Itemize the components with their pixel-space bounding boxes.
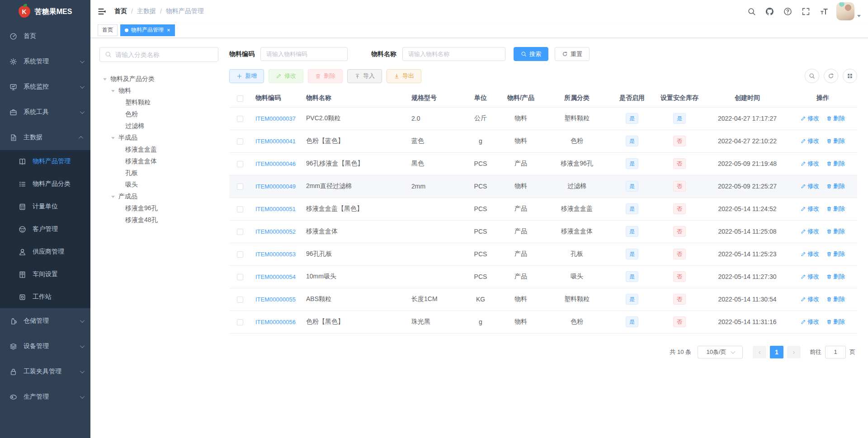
breadcrumb-home[interactable]: 首页 [114, 7, 127, 15]
search-icon[interactable] [742, 0, 760, 23]
search-button[interactable]: 搜索 [514, 47, 548, 61]
material-code-input[interactable] [260, 47, 348, 61]
row-delete-button[interactable]: 删除 [826, 318, 845, 326]
row-edit-button[interactable]: 修改 [801, 250, 819, 258]
logo[interactable]: K 苦糖果MES [0, 0, 90, 24]
tree-node[interactable]: 孔板 [99, 167, 218, 179]
goto-page-input[interactable] [825, 346, 846, 358]
material-code-link[interactable]: ITEM00000051 [255, 206, 296, 212]
sidebar-item[interactable]: 设备管理 [0, 334, 90, 359]
row-delete-button[interactable]: 删除 [826, 114, 845, 122]
row-checkbox[interactable] [237, 274, 243, 280]
tree-node[interactable]: 物料及产品分类 [99, 73, 218, 85]
sidebar-item[interactable]: 系统监控 [0, 74, 90, 99]
row-edit-button[interactable]: 修改 [801, 114, 819, 122]
material-code-link[interactable]: ITEM00000052 [255, 228, 296, 235]
sidebar-item[interactable]: 系统工具 [0, 99, 90, 125]
add-button[interactable]: 新增 [229, 69, 264, 83]
row-checkbox[interactable] [237, 251, 243, 258]
sidebar-item[interactable]: 主数据 [0, 125, 90, 150]
row-delete-button[interactable]: 删除 [826, 273, 845, 281]
row-delete-button[interactable]: 删除 [826, 227, 845, 235]
next-page-button[interactable]: › [787, 346, 801, 358]
tab-material-product[interactable]: 物料产品管理 × [120, 24, 175, 36]
import-button[interactable]: 导入 [347, 69, 382, 83]
row-checkbox[interactable] [237, 206, 243, 212]
row-checkbox[interactable] [237, 116, 243, 122]
row-delete-button[interactable]: 删除 [826, 137, 845, 145]
toggle-search-button[interactable] [805, 69, 819, 83]
page-number-button[interactable]: 1 [770, 346, 783, 358]
row-edit-button[interactable]: 修改 [801, 273, 819, 281]
tree-node[interactable]: 物料 [99, 85, 218, 97]
github-icon[interactable] [760, 0, 778, 23]
row-checkbox[interactable] [237, 161, 243, 167]
sidebar-subitem[interactable]: 计量单位 [0, 195, 90, 218]
row-delete-button[interactable]: 删除 [826, 205, 845, 213]
row-edit-button[interactable]: 修改 [801, 227, 819, 235]
material-code-link[interactable]: ITEM00000053 [255, 251, 296, 258]
sidebar-subitem[interactable]: 供应商管理 [0, 240, 90, 263]
tree-node[interactable]: 移液盒盒盖 [99, 144, 218, 155]
row-delete-button[interactable]: 删除 [826, 250, 845, 258]
sidebar-subitem[interactable]: 客户管理 [0, 218, 90, 240]
avatar[interactable] [836, 2, 854, 20]
tree-node[interactable]: 吸头 [99, 179, 218, 191]
row-delete-button[interactable]: 删除 [826, 182, 845, 190]
sidebar-item[interactable]: 仓储管理 [0, 308, 90, 334]
material-code-link[interactable]: ITEM00000055 [255, 296, 296, 303]
delete-button[interactable]: 删除 [308, 69, 343, 83]
user-menu[interactable] [836, 2, 861, 20]
row-checkbox[interactable] [237, 319, 243, 325]
fullscreen-icon[interactable] [797, 0, 815, 23]
sidebar-subitem[interactable]: 车间设置 [0, 263, 90, 286]
column-settings-button[interactable] [843, 69, 857, 83]
tree-node[interactable]: 产成品 [99, 191, 218, 203]
font-size-icon[interactable] [815, 0, 833, 23]
material-name-input[interactable] [402, 47, 505, 61]
tree-node[interactable]: 移液盒盒体 [99, 155, 218, 167]
sidebar-item[interactable]: 生产管理 [0, 384, 90, 410]
tree-node[interactable]: 移液盒48孔 [99, 214, 218, 226]
tree-node[interactable]: 移液盒96孔 [99, 203, 218, 214]
row-edit-button[interactable]: 修改 [801, 160, 819, 168]
tree-node[interactable]: 色粉 [99, 108, 218, 120]
tab-home[interactable]: 首页 [98, 24, 118, 36]
sidebar-item[interactable]: 工装夹具管理 [0, 359, 90, 384]
row-edit-button[interactable]: 修改 [801, 137, 819, 145]
row-delete-button[interactable]: 删除 [826, 160, 845, 168]
material-code-link[interactable]: ITEM00000037 [255, 115, 296, 122]
material-code-link[interactable]: ITEM00000056 [255, 319, 296, 325]
edit-button[interactable]: 修改 [269, 69, 303, 83]
tab-close-icon[interactable]: × [167, 27, 170, 33]
row-edit-button[interactable]: 修改 [801, 205, 819, 213]
tree-node[interactable]: 塑料颗粒 [99, 97, 218, 108]
row-checkbox[interactable] [237, 184, 243, 190]
row-checkbox[interactable] [237, 297, 243, 303]
export-button[interactable]: 导出 [387, 69, 421, 83]
material-code-link[interactable]: ITEM00000049 [255, 183, 296, 190]
select-all-checkbox[interactable] [237, 95, 243, 102]
row-edit-button[interactable]: 修改 [801, 318, 819, 326]
refresh-table-button[interactable] [824, 69, 838, 83]
category-search-input[interactable] [115, 51, 213, 58]
help-icon[interactable] [778, 0, 797, 23]
sidebar-item[interactable]: 系统管理 [0, 49, 90, 74]
sidebar-item[interactable]: 首页 [0, 24, 90, 49]
row-delete-button[interactable]: 删除 [826, 295, 845, 303]
material-code-link[interactable]: ITEM00000046 [255, 160, 296, 167]
material-code-link[interactable]: ITEM00000041 [255, 138, 296, 145]
tree-node[interactable]: 半成品 [99, 132, 218, 144]
sidebar-subitem[interactable]: 物料产品分类 [0, 173, 90, 195]
sidebar-subitem[interactable]: 物料产品管理 [0, 150, 90, 173]
row-checkbox[interactable] [237, 138, 243, 145]
row-edit-button[interactable]: 修改 [801, 295, 819, 303]
row-checkbox[interactable] [237, 229, 243, 235]
row-edit-button[interactable]: 修改 [801, 182, 819, 190]
sidebar-subitem[interactable]: 工作站 [0, 286, 90, 308]
reset-button[interactable]: 重置 [555, 47, 590, 61]
page-size-select[interactable]: 10条/页 [698, 346, 743, 358]
hamburger-icon[interactable] [98, 7, 106, 16]
prev-page-button[interactable]: ‹ [753, 346, 766, 358]
material-code-link[interactable]: ITEM00000054 [255, 273, 296, 280]
